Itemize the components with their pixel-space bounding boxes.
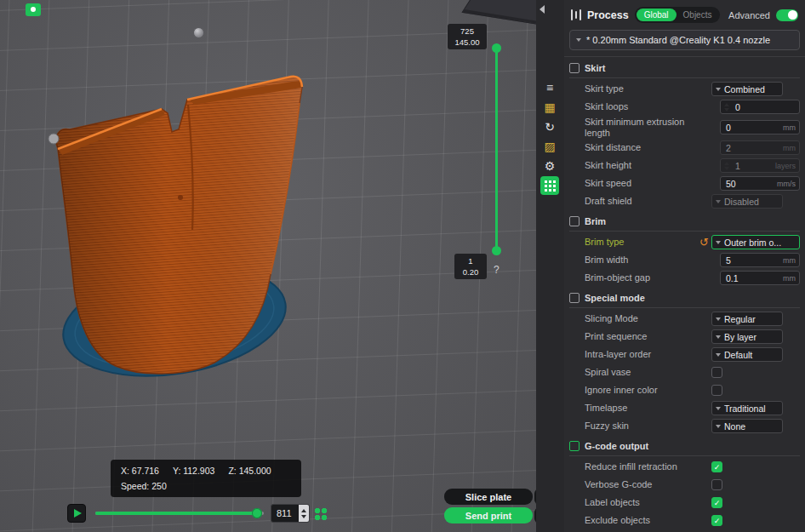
ignore-inner-color-checkbox[interactable] [711, 385, 722, 396]
advanced-toggle[interactable] [776, 9, 798, 21]
send-print-button[interactable]: Send print [444, 507, 533, 523]
skirt-type-control: Combined [711, 82, 800, 96]
setting-row-skirt-loops: Skirt loops0 [569, 98, 800, 116]
collapse-panel-arrow[interactable] [540, 5, 545, 14]
draft-shield-control: Disabled [711, 194, 800, 209]
scope-toggle[interactable]: Global Objects [635, 7, 721, 23]
section-special-mode: Special mode [569, 291, 800, 308]
layer-slider-bottom-handle[interactable] [492, 246, 501, 255]
timelapse-select[interactable]: Traditional [711, 401, 783, 415]
sync-icon[interactable]: ↻ [540, 117, 559, 136]
intra-layer-order-select[interactable]: Default [711, 347, 783, 362]
scope-objects[interactable]: Objects [677, 9, 719, 21]
handle-sphere[interactable] [193, 27, 204, 38]
setting-label-verbose-g-code: Verbose G-code [585, 478, 711, 491]
brim-width-input[interactable]: 5mm [720, 253, 800, 267]
spiral-vase-checkbox[interactable] [711, 367, 722, 378]
pattern-icon[interactable]: ▦ [540, 98, 559, 117]
coord-z: Z: 145.000 [228, 466, 271, 476]
section-brim: Brim [569, 215, 800, 232]
chevron-down-icon [716, 407, 721, 410]
label-objects-checkbox[interactable]: ✓ [711, 497, 722, 508]
chevron-down-icon [716, 88, 721, 91]
intra-layer-order-value: Default [724, 350, 752, 360]
setting-label-label-objects: Label objects [585, 496, 711, 509]
process-panel: Process Global Objects Advanced * 0.20mm… [564, 0, 805, 532]
skirt-height-control: 1layers [711, 158, 800, 173]
slicing-mode-select[interactable]: Regular [711, 312, 783, 326]
move-step-input[interactable]: 811 [271, 504, 310, 523]
brim-section-icon [569, 216, 579, 226]
setting-label-intra-layer-order: Intra-layer order [585, 348, 711, 361]
skirt-loops-value: 0 [734, 102, 740, 112]
skirt-loops-input[interactable]: 0 [720, 100, 800, 114]
gear-icon[interactable]: ⚙ [540, 157, 559, 175]
scope-global[interactable]: Global [637, 9, 677, 21]
spinner-arrows[interactable] [724, 103, 729, 112]
spinner-arrows[interactable] [724, 162, 729, 170]
spin-up-icon[interactable] [724, 103, 729, 106]
viewport-3d[interactable]: 725 145.00 1 0.20 ? X: 67.716 Y: 112.903… [0, 0, 536, 532]
skirt-speed-control: 50mm/s [711, 176, 800, 191]
layer-slider-top-handle[interactable] [492, 43, 501, 53]
slice-plate-button[interactable]: Slice plate [444, 489, 533, 505]
setting-label-skirt-speed: Skirt speed [585, 177, 711, 190]
print-sequence-control: By layer [711, 329, 800, 344]
unit-label: mm [783, 256, 796, 265]
skirt-speed-value: 50 [724, 179, 736, 189]
segments-icon[interactable] [314, 507, 328, 521]
label-objects-control: ✓ [711, 497, 800, 508]
divider [564, 56, 805, 57]
setting-label-ignore-inner-color: Ignore inner color [585, 384, 711, 397]
skirt-minimum-extrusion-length-input[interactable]: 0mm [720, 120, 800, 134]
skirt-type-select[interactable]: Combined [711, 82, 783, 96]
preset-select[interactable]: * 0.20mm Standard @Creality K1 0.4 nozzl… [569, 30, 800, 50]
reduce-infill-retraction-control: ✓ [711, 461, 800, 472]
draft-shield-select[interactable]: Disabled [711, 194, 783, 209]
play-button[interactable] [67, 504, 86, 523]
print-sequence-select[interactable]: By layer [711, 329, 783, 344]
sliced-model[interactable] [34, 47, 323, 387]
verbose-g-code-checkbox[interactable] [711, 479, 722, 490]
help-icon[interactable]: ? [494, 264, 500, 276]
fuzzy-skin-value: None [724, 421, 745, 432]
setting-row-intra-layer-order: Intra-layer orderDefault [569, 346, 800, 363]
reduce-infill-retraction-checkbox[interactable]: ✓ [711, 461, 722, 472]
brim-type-control: Outer brim o... [711, 235, 800, 249]
spin-up-icon[interactable] [724, 162, 729, 165]
setting-label-brim-object-gap: Brim-object gap [585, 272, 711, 284]
layers-list-icon[interactable]: ≡ [540, 78, 559, 97]
timelapse-value: Traditional [724, 403, 766, 414]
play-icon [74, 509, 82, 518]
exclude-objects-checkbox[interactable]: ✓ [711, 515, 722, 526]
setting-row-skirt-speed: Skirt speed50mm/s [569, 174, 800, 192]
chevron-down-icon [716, 335, 721, 339]
spin-down-icon[interactable] [724, 108, 729, 112]
slicing-mode-control: Regular [711, 312, 800, 326]
timeline-thumb[interactable] [252, 508, 262, 518]
setting-row-print-sequence: Print sequenceBy layer [569, 328, 800, 346]
layer-slider-top-label: 725 145.00 [448, 24, 487, 49]
spin-down-icon[interactable] [724, 167, 729, 170]
skirt-speed-input[interactable]: 50mm/s [720, 176, 800, 191]
move-step-spinner[interactable] [299, 505, 309, 522]
brim-type-select[interactable]: Outer brim o... [711, 235, 800, 249]
timeline-slider[interactable] [95, 512, 264, 515]
dots-grid-icon[interactable] [540, 176, 559, 195]
setting-label-print-sequence: Print sequence [585, 330, 711, 343]
setting-label-skirt-height: Skirt height [585, 159, 711, 172]
brim-object-gap-input[interactable]: 0.1mm [720, 271, 800, 285]
undo-icon[interactable]: ↺ [699, 237, 709, 247]
chevron-down-icon [716, 317, 721, 321]
layer-slider-track[interactable] [495, 48, 498, 250]
skirt-distance-input[interactable]: 2mm [720, 140, 800, 155]
fuzzy-skin-control: None [711, 419, 800, 433]
edit-icon[interactable]: ▨ [540, 137, 559, 156]
skirt-minimum-extrusion-length-value: 0 [724, 123, 731, 133]
unit-label: mm [783, 144, 796, 152]
workspace-badge[interactable] [26, 3, 41, 16]
fuzzy-skin-select[interactable]: None [711, 419, 783, 433]
timelapse-control: Traditional [711, 401, 800, 415]
skirt-height-input[interactable]: 1layers [720, 158, 800, 173]
timeline-fill [95, 512, 257, 515]
